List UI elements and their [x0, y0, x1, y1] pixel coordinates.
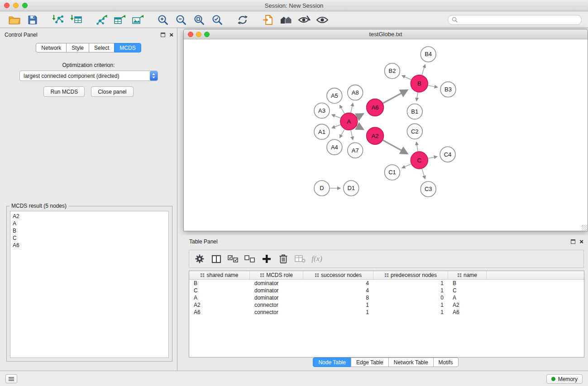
- edge-B-B1[interactable]: [416, 92, 418, 100]
- node-C4[interactable]: C4: [440, 147, 455, 162]
- import-table-button[interactable]: [67, 13, 85, 27]
- edge-A-A6[interactable]: [357, 114, 363, 117]
- mcds-result-item[interactable]: A2: [13, 213, 166, 220]
- mcds-result-item[interactable]: C: [13, 234, 166, 242]
- unselect-all-columns-button[interactable]: [243, 252, 257, 266]
- refresh-button[interactable]: [234, 13, 252, 27]
- float-panel-icon[interactable]: [161, 33, 165, 37]
- control-tab-mcds[interactable]: MCDS: [114, 43, 141, 52]
- optimization-criterion-dropdown[interactable]: largest connected component (directed): [19, 71, 158, 81]
- node-A8[interactable]: A8: [348, 85, 363, 100]
- column-header-predecessor-nodes[interactable]: predecessor nodes: [373, 271, 448, 279]
- edge-A-A1[interactable]: [332, 125, 340, 128]
- table-settings-button[interactable]: [193, 252, 206, 266]
- zoom-selected-button[interactable]: [208, 13, 226, 27]
- node-C[interactable]: C: [411, 152, 428, 169]
- run-mcds-button[interactable]: Run MCDS: [43, 86, 85, 97]
- edge-B-B3[interactable]: [428, 86, 438, 87]
- zoom-fit-button[interactable]: [190, 13, 208, 27]
- memory-button[interactable]: Memory: [546, 374, 583, 384]
- homes-button[interactable]: [277, 13, 295, 27]
- window-resize-handle[interactable]: [582, 225, 587, 230]
- zoom-out-button[interactable]: [172, 13, 190, 27]
- delete-column-button[interactable]: [277, 252, 290, 266]
- control-tab-network[interactable]: Network: [36, 43, 67, 52]
- export-network-button[interactable]: [92, 13, 110, 27]
- panel-menu-button[interactable]: [5, 374, 17, 383]
- select-all-columns-button[interactable]: [226, 252, 240, 266]
- document-with-arrow-button[interactable]: [259, 13, 277, 27]
- node-A[interactable]: A: [340, 113, 358, 130]
- table-row[interactable]: A2connector11A2: [189, 301, 584, 309]
- zoom-window-button[interactable]: [22, 3, 28, 8]
- import-network-button[interactable]: [49, 13, 67, 27]
- network-graph[interactable]: B4B2BB3B1A5A8A6A3AA1A2C2A4A7C4CC1C3DD1: [184, 40, 587, 230]
- edge-A2-C[interactable]: [383, 140, 407, 154]
- edge-C-C3[interactable]: [422, 169, 425, 179]
- mcds-result-item[interactable]: B: [13, 227, 166, 234]
- edge-A-A7[interactable]: [351, 130, 353, 140]
- mcds-result-list[interactable]: A2ABCA6: [10, 211, 169, 358]
- column-header-successor-nodes[interactable]: successor nodes: [303, 271, 373, 279]
- node-B[interactable]: B: [411, 75, 428, 92]
- function-builder-button[interactable]: f(x): [310, 252, 324, 266]
- save-session-button[interactable]: [24, 13, 42, 27]
- export-image-button[interactable]: [129, 13, 147, 27]
- node-A5[interactable]: A5: [327, 88, 342, 104]
- table-tab-node-table[interactable]: Node Table: [313, 357, 351, 367]
- mcds-result-item[interactable]: A: [13, 220, 166, 227]
- edge-C-C4[interactable]: [428, 157, 437, 158]
- column-header-shared-name[interactable]: shared name: [189, 271, 250, 279]
- graphics-details-button[interactable]: [295, 13, 313, 27]
- node-A4[interactable]: A4: [327, 139, 342, 155]
- open-session-button[interactable]: [5, 13, 24, 27]
- create-column-button[interactable]: [260, 252, 273, 266]
- column-header-MCDS-role[interactable]: MCDS role: [250, 271, 303, 279]
- edge-A-A4[interactable]: [340, 129, 344, 138]
- node-A7[interactable]: A7: [348, 143, 363, 158]
- search-input[interactable]: [460, 17, 578, 23]
- mcds-result-item[interactable]: A6: [13, 242, 166, 249]
- network-window-titlebar[interactable]: testGlobe.txt: [184, 29, 588, 39]
- edge-A6-B[interactable]: [383, 90, 407, 103]
- node-A2[interactable]: A2: [367, 127, 384, 144]
- network-zoom-button[interactable]: [204, 32, 210, 37]
- node-A6[interactable]: A6: [367, 99, 384, 116]
- network-minimize-button[interactable]: [196, 32, 201, 37]
- node-C1[interactable]: C1: [384, 165, 400, 180]
- node-C2[interactable]: C2: [407, 124, 422, 139]
- search-box[interactable]: [448, 15, 582, 25]
- edge-B-B4[interactable]: [422, 65, 425, 75]
- table-tab-network-table[interactable]: Network Table: [388, 357, 434, 367]
- float-table-panel-icon[interactable]: [571, 239, 575, 244]
- delete-table-button[interactable]: [293, 252, 307, 266]
- table-row[interactable]: A6connector11A6: [189, 309, 584, 316]
- export-table-button[interactable]: [110, 13, 129, 27]
- table-row[interactable]: Bdominator41B: [189, 280, 584, 287]
- edge-C-C1[interactable]: [402, 164, 411, 168]
- node-B3[interactable]: B3: [440, 82, 456, 97]
- eye-button[interactable]: [313, 13, 331, 27]
- show-columns-button[interactable]: [210, 252, 223, 266]
- network-close-button[interactable]: [188, 32, 193, 37]
- close-control-panel-icon[interactable]: ×: [169, 32, 173, 38]
- node-B2[interactable]: B2: [384, 63, 400, 79]
- control-tab-select[interactable]: Select: [89, 43, 115, 52]
- edge-A-A3[interactable]: [332, 114, 340, 118]
- node-A3[interactable]: A3: [314, 103, 330, 119]
- edge-A-A8[interactable]: [351, 103, 353, 113]
- edge-B-B2[interactable]: [402, 76, 411, 80]
- edge-A-A2[interactable]: [357, 126, 363, 129]
- minimize-window-button[interactable]: [13, 3, 19, 8]
- network-canvas[interactable]: B4B2BB3B1A5A8A6A3AA1A2C2A4A7C4CC1C3DD1: [184, 40, 587, 230]
- node-D1[interactable]: D1: [344, 181, 359, 196]
- edge-C-C2[interactable]: [416, 142, 418, 151]
- close-table-panel-icon[interactable]: ×: [579, 238, 583, 245]
- control-tab-style[interactable]: Style: [66, 43, 89, 52]
- close-window-button[interactable]: [4, 3, 10, 8]
- edge-A-A5[interactable]: [340, 105, 344, 114]
- node-B1[interactable]: B1: [407, 104, 422, 119]
- column-header-name[interactable]: name: [448, 271, 487, 279]
- node-B4[interactable]: B4: [421, 47, 436, 62]
- close-panel-button[interactable]: Close panel: [91, 86, 133, 97]
